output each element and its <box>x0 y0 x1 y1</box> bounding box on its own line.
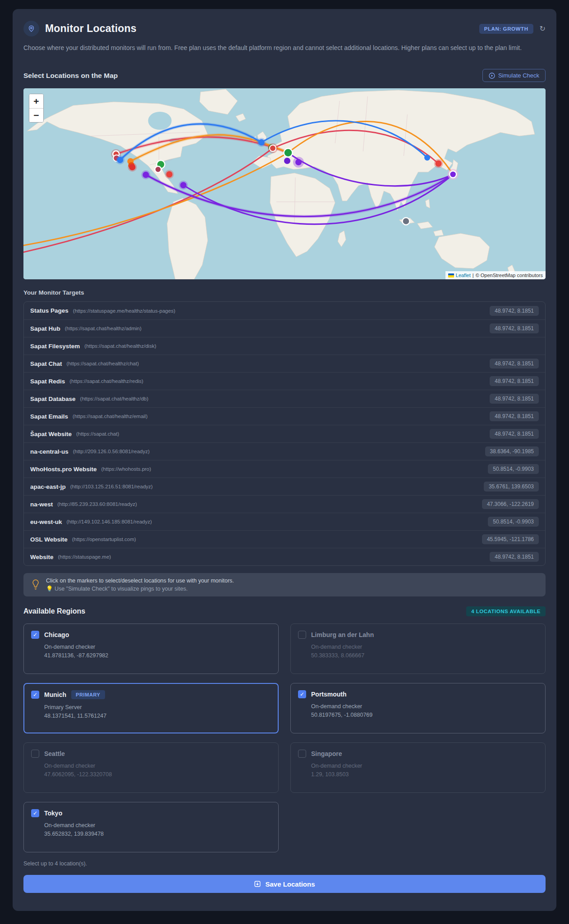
simulate-check-button[interactable]: Simulate Check <box>482 69 546 82</box>
target-coords-badge: 48.9742, 8.1851 <box>490 429 539 439</box>
play-circle-icon <box>489 73 495 79</box>
target-url: (https://statuspage.me) <box>58 554 111 560</box>
target-coords-badge: 47.3066, -122.2619 <box>482 499 539 509</box>
region-type: On-demand checker <box>311 763 538 769</box>
leaflet-link[interactable]: Leaflet <box>456 273 471 278</box>
region-card[interactable]: ✓ Singapore On-demand checker 1.29, 103.… <box>290 742 546 793</box>
region-card[interactable]: ✓ Limburg an der Lahn On-demand checker … <box>290 624 546 674</box>
region-name: Seattle <box>44 750 65 757</box>
table-row: na-central-us (http://209.126.0.56:8081/… <box>24 442 545 460</box>
map-attribution: Leaflet | © OpenStreetMap contributors <box>445 271 546 279</box>
page-title: Monitor Locations <box>45 23 137 35</box>
tip-line-2: 💡 Use "Simulate Check" to visualize ping… <box>46 585 234 592</box>
target-coords-badge: 48.9742, 8.1851 <box>490 552 539 562</box>
region-type: On-demand checker <box>44 644 271 650</box>
target-name: WhoHosts.pro Website <box>30 466 97 473</box>
region-name: Chicago <box>44 631 69 638</box>
region-checkbox[interactable]: ✓ <box>298 631 306 639</box>
header: Monitor Locations PLAN: GROWTH ↻ <box>23 21 546 36</box>
target-url: (http://85.239.233.60:8081/readyz) <box>57 501 137 507</box>
region-coords: 50.383333, 8.066667 <box>311 652 538 659</box>
region-card[interactable]: ✓ Portsmouth On-demand checker 50.819767… <box>290 683 546 733</box>
target-coords-badge: 48.9742, 8.1851 <box>490 323 539 333</box>
table-row: WhoHosts.pro Website (https://whohosts.p… <box>24 460 545 478</box>
target-coords-badge: 38.6364, -90.1985 <box>485 446 539 456</box>
target-url: (https://sapat.chat/healthz/redis) <box>69 378 143 384</box>
region-coords: 47.6062095, -122.3320708 <box>44 771 271 778</box>
target-url: (http://209.126.0.56:8081/readyz) <box>73 449 150 454</box>
region-coords: 50.8197675, -1.0880769 <box>311 712 538 718</box>
target-coords-badge: 48.9742, 8.1851 <box>490 359 539 369</box>
region-name: Tokyo <box>44 810 62 817</box>
region-coords: 35.652832, 139.839478 <box>44 831 271 837</box>
target-name: Sapat Redis <box>30 378 65 385</box>
target-name: Sapat Database <box>30 396 76 402</box>
table-row: eu-west-uk (http://149.102.146.185:8081/… <box>24 513 545 530</box>
region-type: Primary Server <box>44 704 271 710</box>
target-coords-badge: 48.9742, 8.1851 <box>490 376 539 386</box>
region-type: On-demand checker <box>44 763 271 769</box>
target-url: (https://sapat.chat/healthz/chat) <box>67 361 139 366</box>
target-coords-badge: 48.9742, 8.1851 <box>490 306 539 316</box>
region-card[interactable]: ✓ Seattle On-demand checker 47.6062095, … <box>23 742 279 793</box>
table-row: Status Pages (https://statuspage.me/heal… <box>24 302 545 319</box>
target-name: Website <box>30 554 54 560</box>
region-type: On-demand checker <box>311 703 538 710</box>
world-map <box>23 88 546 279</box>
target-url: (https://sapat.chat/healthz/admin) <box>65 326 142 331</box>
zoom-in-button[interactable]: + <box>29 94 43 108</box>
lightbulb-icon <box>32 579 40 591</box>
zoom-out-button[interactable]: − <box>29 108 43 122</box>
target-name: na-central-us <box>30 448 69 455</box>
table-row: Sapat Emails (https://sapat.chat/healthz… <box>24 407 545 425</box>
selection-limit-note: Select up to 4 location(s). <box>23 860 546 867</box>
region-name: Limburg an der Lahn <box>311 631 374 638</box>
region-name: Singapore <box>311 750 342 757</box>
table-row: Sapat Database (https://sapat.chat/healt… <box>24 390 545 407</box>
table-row: OSL Website (https://openstartuplist.com… <box>24 530 545 548</box>
region-checkbox[interactable]: ✓ <box>31 809 39 817</box>
region-coords: 41.8781136, -87.6297982 <box>44 652 271 659</box>
region-checkbox[interactable]: ✓ <box>31 631 39 639</box>
target-url: (https://sapat.chat/healthz/db) <box>80 396 149 401</box>
tip-line-1: Click on the markers to select/deselect … <box>46 578 234 584</box>
region-checkbox[interactable]: ✓ <box>298 690 306 698</box>
regions-heading: Available Regions <box>23 607 85 615</box>
table-row: Sapat Filesystem (https://sapat.chat/hea… <box>24 337 545 355</box>
leaflet-map[interactable]: + − Leaflet | © OpenStreetMap contributo… <box>23 88 546 279</box>
map-section-title: Select Locations on the Map <box>23 72 118 80</box>
target-name: Sapat Chat <box>30 360 62 367</box>
target-url: (http://103.125.216.51:8081/readyz) <box>70 484 153 489</box>
region-cards-grid: ✓ Chicago On-demand checker 41.8781136, … <box>23 624 546 852</box>
target-coords-badge: 48.9742, 8.1851 <box>490 394 539 404</box>
refresh-icon[interactable]: ↻ <box>540 25 546 32</box>
target-name: Status Pages <box>30 307 69 314</box>
region-card[interactable]: ✓ Tokyo On-demand checker 35.652832, 139… <box>23 802 279 852</box>
region-card[interactable]: ✓ Munich PRIMARY Primary Server 48.13715… <box>23 683 279 733</box>
table-row: Sapat Redis (https://sapat.chat/healthz/… <box>24 372 545 390</box>
plan-badge: PLAN: GROWTH <box>479 24 533 34</box>
save-locations-button[interactable]: Save Locations <box>23 875 546 893</box>
target-url: (https://sapat.chat/healthz/disk) <box>84 343 156 349</box>
region-card[interactable]: ✓ Chicago On-demand checker 41.8781136, … <box>23 624 279 674</box>
table-row: Sapat Hub (https://sapat.chat/healthz/ad… <box>24 319 545 337</box>
target-coords-badge: 48.9742, 8.1851 <box>490 411 539 421</box>
osm-attribution[interactable]: © OpenStreetMap contributors <box>476 273 543 278</box>
target-url: (http://149.102.146.185:8081/readyz) <box>67 519 152 524</box>
region-checkbox[interactable]: ✓ <box>298 750 306 758</box>
target-url: (https://sapat.chat/healthz/email) <box>73 414 147 419</box>
target-coords-badge: 50.8514, -0.9903 <box>488 517 539 527</box>
table-row: Website (https://statuspage.me) 48.9742,… <box>24 548 545 565</box>
monitor-locations-panel: Monitor Locations PLAN: GROWTH ↻ Choose … <box>13 9 556 911</box>
region-coords: 48.1371541, 11.5761247 <box>44 713 271 719</box>
save-icon <box>254 880 261 888</box>
region-type: On-demand checker <box>44 822 271 828</box>
target-name: Sapat Emails <box>30 413 68 420</box>
map-pin-icon <box>23 21 39 36</box>
region-checkbox[interactable]: ✓ <box>31 691 39 699</box>
primary-badge: PRIMARY <box>71 690 105 699</box>
targets-heading: Your Monitor Targets <box>23 289 546 296</box>
target-url: (https://statuspage.me/healthz/status-pa… <box>73 308 175 314</box>
region-checkbox[interactable]: ✓ <box>31 750 39 758</box>
target-coords-badge: 50.8514, -0.9903 <box>488 464 539 474</box>
